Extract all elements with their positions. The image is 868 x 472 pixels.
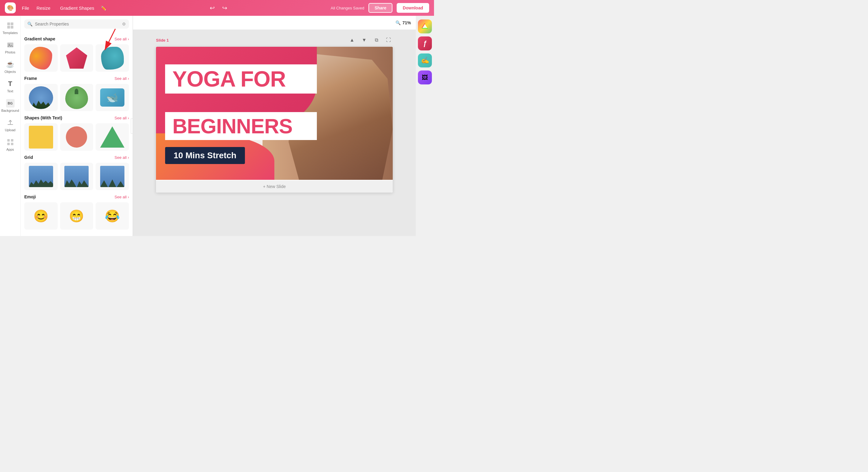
grid-see-all[interactable]: See all › <box>115 155 129 160</box>
filter-icon[interactable]: ⚙ <box>122 22 126 26</box>
gradient-shape-item-1[interactable] <box>24 45 58 72</box>
file-menu[interactable]: File <box>22 5 29 11</box>
photo-edit-app-icon[interactable]: 🖼 <box>418 70 432 84</box>
frame-see-all[interactable]: See all › <box>115 76 129 81</box>
frame-item-2[interactable] <box>60 84 93 111</box>
slide-subtitle-box[interactable]: 10 Mins Stretch <box>165 147 245 164</box>
sidebar-item-text[interactable]: T Text <box>0 77 21 96</box>
emoji-see-all[interactable]: See all › <box>115 195 129 199</box>
shapes-text-see-all[interactable]: See all › <box>115 116 129 120</box>
text-label: Text <box>7 89 13 93</box>
gradient-blob-1 <box>29 47 52 69</box>
sidebar-item-background[interactable]: BG Background <box>0 96 21 115</box>
redo-button[interactable]: ↪ <box>222 4 227 11</box>
main-layout: Templates Photos ☕ Objects T Text BG Bac… <box>0 16 434 236</box>
grid-title: Grid <box>24 155 33 160</box>
slide-title-box-2[interactable]: BEGINNERS <box>165 112 317 140</box>
resize-menu[interactable]: Resize <box>36 5 51 11</box>
background-icon: BG <box>6 99 14 108</box>
search-input[interactable] <box>35 22 120 26</box>
right-apps-panel: ƒ ✍ 🖼 <box>416 16 434 236</box>
photos-label: Photos <box>5 51 15 54</box>
share-button[interactable]: Share <box>368 3 393 13</box>
topbar-center: ↩ ↪ <box>113 4 325 11</box>
grid-item-2[interactable] <box>60 163 93 190</box>
emoji-item-1[interactable]: 😊 <box>24 202 58 230</box>
slide-down-button[interactable]: ▼ <box>360 36 368 45</box>
gradient-shape-header: Gradient shape See all › <box>24 36 129 41</box>
shape-text-item-3[interactable] <box>96 123 129 151</box>
frame-circle-trees <box>29 86 53 109</box>
new-slide-button[interactable]: + New Slide <box>156 180 393 193</box>
templates-label: Templates <box>2 31 18 35</box>
edit-icon[interactable]: ✏️ <box>100 5 106 11</box>
sidebar-item-photos[interactable]: Photos <box>0 38 21 57</box>
shape-text-item-2[interactable] <box>60 123 93 151</box>
svg-rect-0 <box>7 23 10 25</box>
search-bar: 🔍 ⚙ <box>24 20 129 29</box>
slide-subtitle: 10 Mins Stretch <box>174 151 237 160</box>
topbar-right: All Changes Saved Share Download <box>331 3 429 13</box>
gradient-shape-item-3[interactable] <box>96 45 129 72</box>
grid-item-1[interactable] <box>24 163 58 190</box>
grin-emoji: 😁 <box>69 209 84 223</box>
svg-rect-3 <box>11 26 13 29</box>
frame-whale: 🐋 <box>100 88 124 107</box>
background-label: Background <box>1 109 19 112</box>
sidebar-item-objects[interactable]: ☕ Objects <box>0 57 21 77</box>
sidebar-icons: Templates Photos ☕ Objects T Text BG Bac… <box>0 16 21 236</box>
panel-content: Gradient shape See all › Frame See all › <box>21 31 133 236</box>
topbar-menu: File Resize Gradient Shapes <box>22 5 94 11</box>
gradient-blob-2 <box>101 47 124 69</box>
emoji-header: Emoji See all › <box>24 195 129 199</box>
svg-rect-7 <box>11 139 13 142</box>
svg-rect-9 <box>11 143 13 145</box>
frame-title: Frame <box>24 76 37 81</box>
sidebar-item-upload[interactable]: Upload <box>0 115 21 135</box>
shapes-text-header: Shapes (With Text) See all › <box>24 115 129 120</box>
svg-rect-6 <box>7 139 10 142</box>
document-title[interactable]: Gradient Shapes <box>60 5 94 11</box>
zoom-icon: 🔍 <box>396 20 401 25</box>
shape-text-item-1[interactable] <box>24 123 58 151</box>
slide-title-line1: YOGA FOR <box>173 68 310 90</box>
slide-up-button[interactable]: ▲ <box>348 36 356 45</box>
slide-title-box-1[interactable]: YOGA FOR <box>165 64 317 93</box>
app-logo[interactable]: 🎨 <box>5 2 16 13</box>
slide-title-line2: BEGINNERS <box>173 116 310 137</box>
svg-rect-1 <box>11 23 13 25</box>
zoom-level[interactable]: 71% <box>402 20 411 25</box>
sidebar-item-templates[interactable]: Templates <box>0 18 21 38</box>
frame-trees-decoration <box>29 100 53 109</box>
green-triangle <box>100 126 124 148</box>
gradient-shape-grid <box>24 45 129 72</box>
apps-label: Apps <box>6 148 14 151</box>
paint-app-icon[interactable]: ✍ <box>418 54 432 67</box>
grid-item-3[interactable] <box>96 163 129 190</box>
frame-item-1[interactable] <box>24 84 58 111</box>
slide-wrapper: YOGA FOR BEGINNERS 10 Mins Stretch + New… <box>156 47 393 193</box>
emoji-item-2[interactable]: 😁 <box>60 202 93 230</box>
slide-expand-button[interactable]: ⛶ <box>384 36 393 45</box>
download-button[interactable]: Download <box>397 3 429 13</box>
emoji-item-3[interactable]: 😂 <box>96 202 129 230</box>
frame-header: Frame See all › <box>24 76 129 81</box>
topbar: 🎨 File Resize Gradient Shapes ✏️ ↩ ↪ All… <box>0 0 434 16</box>
slide-label-row: Slide 1 ▲ ▼ ⧉ ⛶ <box>156 36 393 45</box>
collapse-panel-button[interactable]: ‹ <box>131 118 133 134</box>
shapes-text-title: Shapes (With Text) <box>24 115 62 120</box>
slide-duplicate-button[interactable]: ⧉ <box>372 36 380 45</box>
gradient-app-icon[interactable] <box>418 20 432 33</box>
slide-content[interactable]: YOGA FOR BEGINNERS 10 Mins Stretch <box>156 47 393 180</box>
smile-emoji: 😊 <box>33 209 49 223</box>
search-icon: 🔍 <box>27 22 32 26</box>
gradient-shape-item-2[interactable] <box>60 45 93 72</box>
font-app-icon[interactable]: ƒ <box>418 36 432 51</box>
sidebar-item-apps[interactable]: Apps <box>0 135 21 154</box>
objects-icon: ☕ <box>6 60 14 69</box>
frame-item-3[interactable]: 🐋 <box>96 84 129 111</box>
svg-rect-2 <box>7 26 10 29</box>
undo-button[interactable]: ↩ <box>210 4 215 11</box>
grid-header: Grid See all › <box>24 155 129 160</box>
gradient-shape-see-all[interactable]: See all › <box>115 37 129 41</box>
